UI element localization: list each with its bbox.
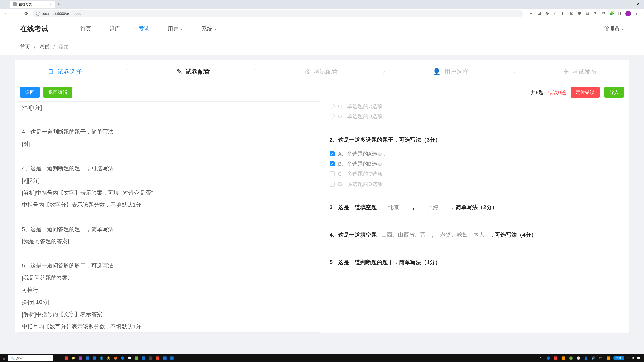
extension-icons: ⚭ ⊡ ⊕ ☆ ◧ ◉ ⬢ ▦ ▼ ⧉ 🧩 ◨ ⋮ bbox=[526, 11, 641, 16]
question-4: 4、这是一道填空题 山西、山西省、晋 ， 老婆、媳妇、内人 ，可选写法（4分） bbox=[330, 223, 621, 251]
document-icon: 🗒 bbox=[48, 68, 54, 76]
preview-pane[interactable]: C、单选题的C选项 D、单选题的D选项 2、这是一道多选题的题干，可选写法（3分… bbox=[322, 101, 629, 333]
question-count: 共8题 bbox=[531, 89, 544, 96]
q5-title: 5、这是一道判断题的题干，简单写法（1分） bbox=[330, 257, 621, 267]
q4-blank-1[interactable]: 山西、山西省、晋 bbox=[380, 230, 427, 240]
browser-tab[interactable]: 在线考试 × bbox=[10, 1, 55, 8]
window-close[interactable]: ✕ bbox=[632, 0, 644, 8]
checkbox-icon bbox=[330, 171, 335, 176]
radio-icon bbox=[330, 104, 335, 109]
back-button[interactable]: 返回 bbox=[20, 87, 40, 98]
forward-button[interactable]: → bbox=[13, 11, 20, 16]
page-header: 在线考试 首页 题库 考试 用户⌄ 系统⌄ 管理员⌄ bbox=[0, 19, 644, 39]
breadcrumb: 首页 / 考试 / 添加 bbox=[0, 39, 644, 55]
chevron-right-icon: 〉 bbox=[383, 68, 388, 75]
question-3: 3、这是一道填空题 北京 ， 上海 ，简单写法（2分） bbox=[330, 196, 621, 223]
checkbox-checked-icon: ✓ bbox=[330, 161, 335, 166]
ext-3-icon[interactable]: ⬢ bbox=[577, 11, 582, 15]
url-text: localhost:9000/exam/add bbox=[42, 12, 82, 16]
nav-exam[interactable]: 考试 bbox=[129, 18, 158, 39]
q1-option-d[interactable]: D、单选题的D选项 bbox=[330, 111, 621, 121]
main-nav: 首页 题库 考试 用户⌄ 系统⌄ bbox=[71, 18, 226, 39]
q4-blank-2[interactable]: 老婆、媳妇、内人 bbox=[439, 230, 486, 240]
profile-avatar[interactable] bbox=[625, 11, 631, 16]
tab-title: 在线考试 bbox=[19, 2, 32, 7]
send-icon: ✈ bbox=[563, 68, 569, 76]
question-2: 2、这是一道多选题的题干，可选写法（3分） ✓A、多选题的A选项， ✓B、多选题… bbox=[330, 128, 621, 196]
q2-option-a[interactable]: ✓A、多选题的A选项， bbox=[330, 149, 621, 159]
breadcrumb-home[interactable]: 首页 bbox=[20, 44, 30, 50]
ext-6-icon[interactable]: ⧉ bbox=[601, 11, 606, 15]
ext-link-icon[interactable]: ⚭ bbox=[529, 11, 533, 15]
error-count: 错误0题 bbox=[548, 89, 566, 96]
step-exam-config[interactable]: ⚙考试配置 bbox=[304, 68, 338, 76]
q1-partial: C、单选题的C选项 D、单选题的D选项 bbox=[330, 101, 621, 128]
user-menu[interactable]: 管理员⌄ bbox=[604, 25, 624, 32]
ext-2-icon[interactable]: ◉ bbox=[569, 11, 574, 15]
gear-icon: ⚙ bbox=[304, 68, 310, 76]
breadcrumb-sep: / bbox=[53, 44, 55, 50]
user-icon: 👤 bbox=[433, 68, 441, 76]
step-paper-select[interactable]: 🗒试卷选择 bbox=[48, 68, 82, 76]
nav-system[interactable]: 系统⌄ bbox=[192, 18, 226, 39]
nav-question-bank[interactable]: 题库 bbox=[100, 18, 129, 39]
tab-list-dropdown[interactable]: ⌄ bbox=[2, 2, 9, 7]
q2-option-d[interactable]: D、多选题的D选项 bbox=[330, 179, 621, 189]
chevron-right-icon: 〉 bbox=[254, 68, 260, 75]
chevron-right-icon: 〉 bbox=[126, 68, 132, 75]
q3-title: 3、这是一道填空题 北京 ， 上海 ，简单写法（2分） bbox=[330, 202, 621, 213]
question-5: 5、这是一道判断题的题干，简单写法（1分） bbox=[330, 251, 621, 278]
bookmark-icon[interactable]: ☆ bbox=[553, 11, 557, 15]
ext-zoom-icon[interactable]: ⊕ bbox=[545, 11, 549, 15]
q1-option-c[interactable]: C、单选题的C选项 bbox=[330, 101, 621, 111]
chevron-down-icon: ⌄ bbox=[214, 27, 217, 31]
url-bar[interactable]: i localhost:9000/exam/add bbox=[33, 10, 523, 17]
reload-button[interactable]: ⟳ bbox=[23, 11, 30, 16]
chevron-right-icon: 〉 bbox=[513, 68, 519, 75]
back-edit-button[interactable]: 返回编辑 bbox=[43, 87, 72, 98]
tab-close-icon[interactable]: × bbox=[50, 2, 52, 6]
extensions-icon[interactable]: 🧩 bbox=[609, 11, 614, 15]
q4-title: 4、这是一道填空题 山西、山西省、晋 ， 老婆、媳妇、内人 ，可选写法（4分） bbox=[330, 230, 621, 240]
breadcrumb-current: 添加 bbox=[59, 44, 69, 50]
locate-error-button[interactable]: 定位错误 bbox=[571, 87, 600, 98]
source-text-pane[interactable]: 对J[1分] 4、这是一道判断题的题干，简单写法 [对] 4、这是一道判断题的题… bbox=[17, 101, 320, 333]
app-logo: 在线考试 bbox=[20, 24, 48, 34]
edit-icon: ✎ bbox=[177, 68, 182, 76]
nav-user[interactable]: 用户⌄ bbox=[158, 18, 192, 39]
checkbox-icon bbox=[330, 182, 335, 187]
checkbox-checked-icon: ✓ bbox=[330, 151, 335, 156]
step-user-select[interactable]: 👤用户选择 bbox=[433, 68, 468, 76]
q3-blank-1[interactable]: 北京 bbox=[380, 202, 408, 213]
new-tab-button[interactable]: + bbox=[55, 1, 63, 8]
radio-icon bbox=[330, 114, 335, 119]
sidepanel-icon[interactable]: ◨ bbox=[617, 11, 622, 15]
toolbar: 返回 返回编辑 共8题 错误0题 定位错误 导入 bbox=[15, 83, 629, 101]
q3-blank-2[interactable]: 上海 bbox=[419, 202, 447, 213]
steps-bar: 🗒试卷选择 〉 ✎试卷配置 〉 ⚙考试配置 〉 👤用户选择 〉 ✈考试发布 bbox=[15, 60, 629, 83]
q2-title: 2、这是一道多选题的题干，可选写法（3分） bbox=[330, 135, 621, 145]
breadcrumb-exam[interactable]: 考试 bbox=[39, 44, 50, 50]
step-publish[interactable]: ✈考试发布 bbox=[563, 68, 596, 76]
source-text[interactable]: 对J[1分] 4、这是一道判断题的题干，简单写法 [对] 4、这是一道判断题的题… bbox=[22, 102, 315, 333]
chevron-down-icon: ⌄ bbox=[621, 27, 624, 31]
ext-1-icon[interactable]: ◧ bbox=[561, 11, 566, 15]
q2-option-b[interactable]: ✓B、多选题的B选项 bbox=[330, 159, 621, 169]
chevron-down-icon: ⌄ bbox=[181, 27, 183, 31]
window-maximize[interactable]: ▢ bbox=[621, 0, 632, 8]
browser-chrome: — ▢ ✕ ⌄ 在线考试 × + ← → ⟳ i localhost:9000/… bbox=[0, 0, 644, 19]
q2-option-c[interactable]: C、多选题的C选项 bbox=[330, 169, 621, 179]
site-info-icon[interactable]: i bbox=[36, 12, 40, 16]
window-minimize[interactable]: — bbox=[609, 0, 621, 8]
back-button[interactable]: ← bbox=[3, 11, 10, 16]
ext-translate-icon[interactable]: ⊡ bbox=[537, 11, 541, 15]
breadcrumb-sep: / bbox=[34, 44, 36, 50]
tab-favicon bbox=[13, 2, 17, 6]
step-paper-config[interactable]: ✎试卷配置 bbox=[177, 68, 210, 76]
nav-home[interactable]: 首页 bbox=[71, 18, 100, 39]
ext-5-icon[interactable]: ▼ bbox=[593, 11, 598, 15]
ext-4-icon[interactable]: ▦ bbox=[585, 11, 590, 15]
import-button[interactable]: 导入 bbox=[604, 87, 624, 98]
menu-icon[interactable]: ⋮ bbox=[634, 11, 639, 15]
